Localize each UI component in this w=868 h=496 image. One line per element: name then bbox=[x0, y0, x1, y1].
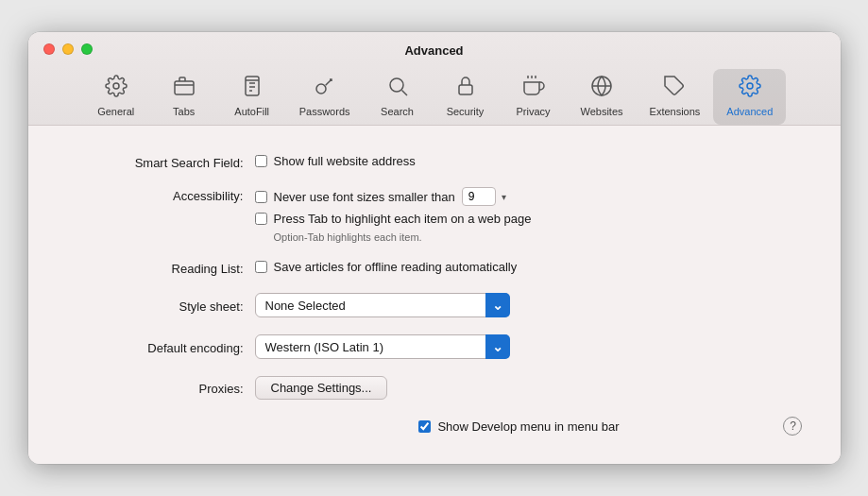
tab-security-label: Security bbox=[447, 106, 485, 117]
close-button[interactable] bbox=[43, 43, 55, 55]
encoding-select[interactable]: Western (ISO Latin 1) bbox=[255, 334, 510, 359]
smart-search-checkbox-row: Show full website address bbox=[255, 154, 416, 168]
window-title: Advanced bbox=[43, 43, 825, 58]
tab-privacy[interactable]: Privacy bbox=[500, 69, 568, 125]
svg-line-8 bbox=[401, 91, 407, 96]
proxies-label: Proxies: bbox=[66, 380, 255, 396]
extensions-icon bbox=[663, 75, 686, 103]
develop-menu-checkbox[interactable] bbox=[418, 420, 431, 433]
svg-rect-2 bbox=[246, 77, 259, 95]
font-size-checkbox[interactable] bbox=[255, 191, 267, 203]
encoding-content: Western (ISO Latin 1) bbox=[255, 334, 510, 359]
accessibility-hint: Option-Tab highlights each item. bbox=[255, 231, 532, 243]
tab-passwords[interactable]: Passwords bbox=[286, 69, 364, 125]
tab-advanced[interactable]: Advanced bbox=[713, 69, 786, 125]
svg-rect-1 bbox=[175, 81, 194, 94]
smart-search-checkbox[interactable] bbox=[255, 155, 267, 167]
reading-list-checkbox-label[interactable]: Save articles for offline reading automa… bbox=[274, 260, 518, 274]
svg-point-6 bbox=[316, 84, 326, 94]
minimize-button[interactable] bbox=[62, 43, 74, 55]
reading-list-label: Reading List: bbox=[66, 260, 255, 276]
tab-autofill-label: AutoFill bbox=[234, 106, 269, 117]
font-size-chevron: ▾ bbox=[502, 192, 506, 202]
font-size-input-group: ▾ bbox=[462, 187, 506, 206]
toolbar: General Tabs bbox=[43, 65, 825, 125]
svg-point-16 bbox=[747, 83, 753, 89]
develop-menu-label[interactable]: Show Develop menu in menu bar bbox=[437, 419, 619, 434]
tab-privacy-label: Privacy bbox=[516, 106, 550, 117]
encoding-row: Default encoding: Western (ISO Latin 1) bbox=[66, 334, 803, 359]
tab-highlight-checkbox-row: Press Tab to highlight each item on a we… bbox=[255, 212, 532, 226]
tab-search[interactable]: Search bbox=[364, 69, 432, 125]
accessibility-row: Accessibility: Never use font sizes smal… bbox=[66, 187, 803, 243]
search-icon bbox=[386, 75, 409, 103]
svg-rect-9 bbox=[459, 85, 472, 94]
privacy-icon bbox=[522, 75, 545, 103]
reading-list-checkbox[interactable] bbox=[255, 261, 267, 273]
tab-tabs-label: Tabs bbox=[173, 106, 195, 117]
tab-general[interactable]: General bbox=[82, 69, 150, 125]
stylesheet-select[interactable]: None Selected bbox=[255, 293, 510, 317]
security-icon bbox=[454, 75, 477, 103]
font-size-checkbox-label[interactable]: Never use font sizes smaller than bbox=[274, 190, 455, 204]
bottom-row: Show Develop menu in menu bar ? bbox=[66, 417, 803, 436]
reading-list-content: Save articles for offline reading automa… bbox=[255, 260, 518, 274]
tab-highlight-checkbox-label[interactable]: Press Tab to highlight each item on a we… bbox=[274, 212, 532, 226]
svg-point-0 bbox=[113, 83, 119, 89]
stylesheet-content: None Selected bbox=[255, 293, 510, 317]
proxies-row: Proxies: Change Settings... bbox=[66, 376, 803, 400]
tab-search-label: Search bbox=[381, 106, 414, 117]
advanced-icon bbox=[739, 75, 761, 103]
maximize-button[interactable] bbox=[81, 43, 93, 55]
tab-advanced-label: Advanced bbox=[726, 106, 773, 117]
general-icon bbox=[105, 75, 128, 103]
encoding-select-wrapper: Western (ISO Latin 1) bbox=[255, 334, 510, 359]
websites-icon bbox=[590, 75, 613, 103]
accessibility-content: Never use font sizes smaller than ▾ Pres… bbox=[255, 187, 532, 243]
font-size-checkbox-row: Never use font sizes smaller than ▾ bbox=[255, 187, 532, 206]
encoding-label: Default encoding: bbox=[66, 339, 255, 355]
tab-autofill[interactable]: AutoFill bbox=[218, 69, 286, 125]
tabs-icon bbox=[173, 75, 196, 103]
tab-extensions[interactable]: Extensions bbox=[637, 69, 714, 125]
stylesheet-label: Style sheet: bbox=[66, 298, 255, 314]
tab-websites-label: Websites bbox=[581, 106, 623, 117]
tab-general-label: General bbox=[97, 106, 134, 117]
titlebar: Advanced General bbox=[28, 32, 841, 126]
stylesheet-select-wrapper: None Selected bbox=[255, 293, 510, 317]
proxies-content: Change Settings... bbox=[255, 376, 388, 400]
tab-tabs[interactable]: Tabs bbox=[150, 69, 218, 125]
font-size-input[interactable] bbox=[462, 187, 496, 206]
content-area: Smart Search Field: Show full website ad… bbox=[28, 126, 841, 464]
smart-search-label: Smart Search Field: bbox=[66, 154, 255, 170]
tab-security[interactable]: Security bbox=[432, 69, 500, 125]
smart-search-checkbox-label[interactable]: Show full website address bbox=[274, 154, 416, 168]
svg-point-7 bbox=[390, 78, 403, 92]
help-button[interactable]: ? bbox=[783, 417, 802, 436]
tab-passwords-label: Passwords bbox=[299, 106, 350, 117]
smart-search-content: Show full website address bbox=[255, 154, 416, 168]
smart-search-row: Smart Search Field: Show full website ad… bbox=[66, 154, 803, 170]
tab-extensions-label: Extensions bbox=[650, 106, 701, 117]
develop-checkbox-row: Show Develop menu in menu bar bbox=[418, 419, 619, 434]
proxies-change-button[interactable]: Change Settings... bbox=[255, 376, 388, 400]
reading-list-checkbox-row: Save articles for offline reading automa… bbox=[255, 260, 518, 274]
tab-websites[interactable]: Websites bbox=[568, 69, 637, 125]
tab-highlight-checkbox[interactable] bbox=[255, 213, 267, 225]
stylesheet-row: Style sheet: None Selected bbox=[66, 293, 803, 317]
preferences-window: Advanced General bbox=[28, 32, 841, 464]
accessibility-label: Accessibility: bbox=[66, 187, 255, 203]
autofill-icon bbox=[241, 75, 264, 103]
passwords-icon bbox=[314, 75, 336, 103]
reading-list-row: Reading List: Save articles for offline … bbox=[66, 260, 803, 276]
